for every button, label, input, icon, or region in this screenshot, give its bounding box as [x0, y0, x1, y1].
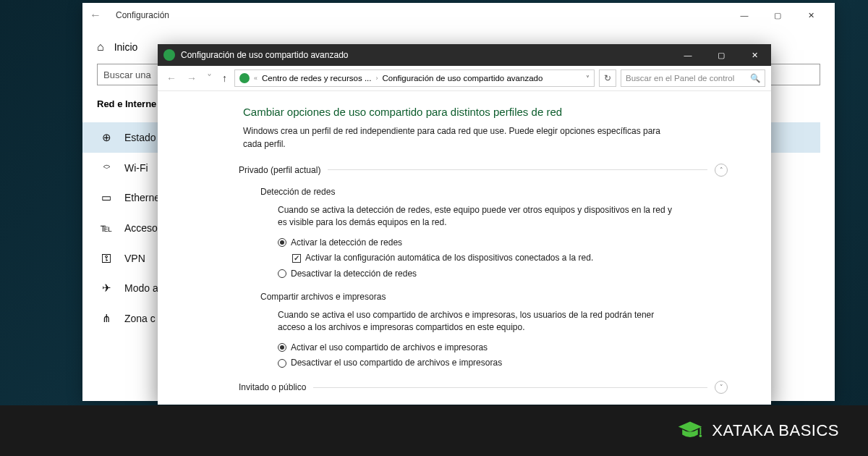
- back-arrow-icon[interactable]: ←: [90, 9, 101, 22]
- discovery-auto-checkbox[interactable]: Activar la configuración automática de l…: [292, 252, 728, 264]
- fileshare-desc: Cuando se activa el uso compartido de ar…: [278, 309, 683, 334]
- close-button[interactable]: ✕: [794, 4, 827, 26]
- home-icon: ⌂: [97, 41, 104, 54]
- profile-guest-header[interactable]: Invitado o público ˅: [239, 381, 728, 394]
- brand-bar: XATAKA BASICS: [0, 405, 868, 456]
- sharing-window: Configuración de uso compartido avanzado…: [158, 44, 771, 405]
- search-icon: 🔍: [750, 73, 760, 83]
- content-area: Cambiar opciones de uso compartido para …: [158, 91, 771, 405]
- globe-icon: ⊕: [100, 131, 113, 144]
- maximize-button[interactable]: ▢: [705, 44, 738, 66]
- collapse-icon[interactable]: ˄: [715, 164, 728, 177]
- nav-up-icon[interactable]: ↑: [219, 72, 230, 84]
- brand-logo: XATAKA BASICS: [677, 418, 839, 444]
- minimize-button[interactable]: —: [728, 4, 761, 26]
- home-label: Inicio: [114, 41, 138, 53]
- minimize-button[interactable]: —: [671, 44, 705, 66]
- breadcrumb[interactable]: « Centro de redes y recursos ... › Confi…: [234, 69, 595, 87]
- svg-point-1: [699, 434, 702, 437]
- radio-icon: [278, 359, 286, 368]
- sharing-title: Configuración de uso compartido avanzado: [181, 50, 671, 60]
- radio-icon: [278, 343, 286, 352]
- airplane-icon: ✈: [100, 282, 113, 295]
- checkbox-icon: [292, 254, 301, 263]
- refresh-button[interactable]: ↻: [599, 69, 616, 87]
- nav-forward-icon: →: [184, 72, 200, 84]
- breadcrumb-icon: [239, 73, 250, 83]
- discovery-title: Detección de redes: [260, 187, 728, 197]
- graduation-cap-icon: [677, 418, 703, 444]
- chevron-icon: ›: [376, 75, 378, 82]
- page-subtitle: Windows crea un perfil de red independie…: [243, 125, 677, 151]
- fileshare-off-radio[interactable]: Desactivar el uso compartido de archivos…: [278, 357, 728, 369]
- hotspot-icon: ⋔: [100, 312, 113, 325]
- sharing-titlebar: Configuración de uso compartido avanzado…: [158, 44, 771, 66]
- page-heading: Cambiar opciones de uso compartido para …: [243, 106, 728, 118]
- network-icon: [163, 49, 175, 61]
- brand-text: XATAKA BASICS: [712, 421, 839, 440]
- close-button[interactable]: ✕: [738, 44, 771, 66]
- fileshare-on-radio[interactable]: Activar el uso compartido de archivos e …: [278, 342, 728, 354]
- wifi-icon: ⌔: [100, 161, 113, 174]
- nav-recent-icon[interactable]: ˅: [204, 72, 215, 84]
- radio-icon: [278, 238, 286, 247]
- breadcrumb-part2[interactable]: Configuración de uso compartido avanzado: [383, 74, 543, 83]
- radio-icon: [278, 269, 286, 278]
- ethernet-icon: ▭: [100, 191, 113, 204]
- profile-guest-label: Invitado o público: [239, 382, 306, 392]
- breadcrumb-part1[interactable]: Centro de redes y recursos ...: [262, 74, 371, 83]
- fileshare-title: Compartir archivos e impresoras: [260, 292, 728, 302]
- dialup-icon: ℡: [100, 221, 113, 235]
- toolbar: ← → ˅ ↑ « Centro de redes y recursos ...…: [158, 66, 771, 91]
- file-sharing-section: Compartir archivos e impresoras Cuando s…: [260, 292, 728, 370]
- profile-private-header[interactable]: Privado (perfil actual) ˄: [239, 164, 728, 177]
- chevron-icon: «: [254, 75, 258, 82]
- expand-icon[interactable]: ˅: [715, 381, 728, 394]
- discovery-on-radio[interactable]: Activar la detección de redes: [278, 237, 728, 249]
- discovery-off-radio[interactable]: Desactivar la detección de redes: [278, 268, 728, 280]
- network-discovery-section: Detección de redes Cuando se activa la d…: [260, 187, 728, 280]
- discovery-desc: Cuando se activa la detección de redes, …: [278, 204, 683, 229]
- vpn-icon: ⚿: [100, 252, 113, 264]
- settings-title: Configuración: [116, 10, 728, 20]
- control-panel-search[interactable]: Buscar en el Panel de control 🔍: [621, 69, 765, 87]
- dropdown-icon[interactable]: ˅: [586, 75, 590, 83]
- nav-back-icon[interactable]: ←: [163, 72, 179, 84]
- settings-titlebar: ← Configuración — ▢ ✕: [82, 3, 835, 28]
- maximize-button[interactable]: ▢: [761, 4, 794, 26]
- profile-private-label: Privado (perfil actual): [239, 165, 320, 175]
